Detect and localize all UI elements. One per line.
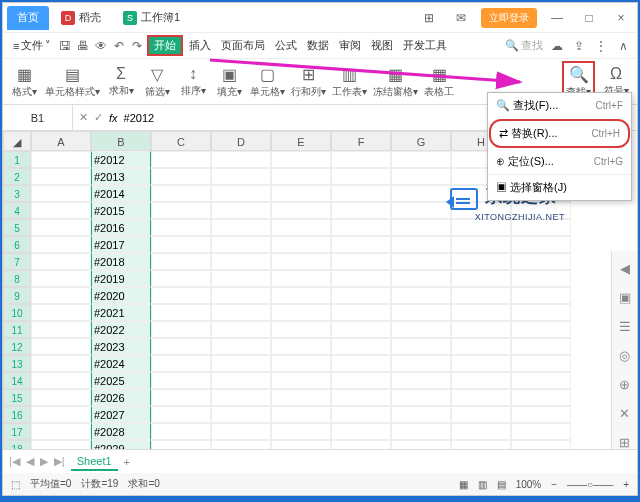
fx-icon[interactable]: fx — [109, 112, 118, 124]
cell[interactable] — [331, 338, 391, 355]
menu-tab-view[interactable]: 视图 — [367, 36, 397, 55]
row-header[interactable]: 3 — [3, 185, 31, 202]
cell[interactable] — [391, 406, 451, 423]
file-menu[interactable]: ≡ 文件 ˅ — [9, 38, 55, 53]
cell[interactable] — [211, 185, 271, 202]
panel-icon[interactable]: ▣ — [619, 290, 631, 305]
row-header[interactable]: 16 — [3, 406, 31, 423]
tool-cellstyle[interactable]: ▤单元格样式▾ — [45, 65, 100, 99]
row-header[interactable]: 4 — [3, 202, 31, 219]
cell[interactable]: #2028 — [91, 423, 151, 440]
row-header[interactable]: 15 — [3, 389, 31, 406]
panel-icon[interactable]: ⊕ — [619, 377, 630, 392]
print-icon[interactable]: 🖶 — [75, 38, 91, 54]
cell[interactable] — [391, 202, 451, 219]
cell[interactable]: #2025 — [91, 372, 151, 389]
cell[interactable] — [391, 270, 451, 287]
undo-icon[interactable]: ↶ — [111, 38, 127, 54]
sheet-nav-first[interactable]: |◀ — [9, 455, 20, 468]
cell[interactable] — [451, 287, 511, 304]
cell[interactable] — [211, 287, 271, 304]
cell[interactable] — [391, 236, 451, 253]
col-header[interactable]: E — [271, 131, 331, 151]
zoom-out-button[interactable]: − — [551, 479, 557, 490]
cell[interactable] — [31, 406, 91, 423]
cell[interactable]: #2019 — [91, 270, 151, 287]
view-break-icon[interactable]: ▤ — [497, 479, 506, 490]
row-header[interactable]: 6 — [3, 236, 31, 253]
search-hint[interactable]: 🔍 查找 — [505, 38, 543, 53]
cell[interactable] — [151, 355, 211, 372]
row-header[interactable]: 12 — [3, 338, 31, 355]
formula-value[interactable]: #2012 — [124, 112, 155, 124]
cell[interactable] — [31, 321, 91, 338]
row-header[interactable]: 8 — [3, 270, 31, 287]
cell[interactable] — [211, 202, 271, 219]
cell[interactable]: #2014 — [91, 185, 151, 202]
cell[interactable] — [211, 270, 271, 287]
cell[interactable] — [271, 389, 331, 406]
cell[interactable] — [31, 185, 91, 202]
tool-cell[interactable]: ▢单元格▾ — [250, 65, 285, 99]
cell[interactable] — [391, 253, 451, 270]
tool-sort[interactable]: ↕排序▾ — [178, 65, 208, 98]
cell[interactable] — [391, 423, 451, 440]
cell[interactable] — [31, 304, 91, 321]
tool-sum[interactable]: Σ求和▾ — [106, 65, 136, 98]
tab-workbook[interactable]: S工作簿1 — [113, 6, 190, 30]
cell[interactable] — [331, 355, 391, 372]
cell[interactable] — [271, 287, 331, 304]
cell[interactable] — [31, 151, 91, 168]
cell[interactable]: #2023 — [91, 338, 151, 355]
cell[interactable] — [271, 304, 331, 321]
panel-icon[interactable]: ◎ — [619, 348, 630, 363]
cell[interactable] — [151, 253, 211, 270]
share-icon[interactable]: ⇪ — [571, 38, 587, 54]
collapse-icon[interactable]: ∧ — [615, 38, 631, 54]
cancel-icon[interactable]: ✕ — [79, 111, 88, 124]
cell[interactable] — [211, 406, 271, 423]
cell[interactable] — [211, 253, 271, 270]
dropdown-select-pane[interactable]: ▣ 选择窗格(J) — [488, 175, 631, 200]
cell[interactable]: #2018 — [91, 253, 151, 270]
cell[interactable] — [331, 185, 391, 202]
cell[interactable] — [331, 321, 391, 338]
cell[interactable]: #2017 — [91, 236, 151, 253]
cell[interactable] — [271, 355, 331, 372]
menu-tab-review[interactable]: 审阅 — [335, 36, 365, 55]
cell[interactable] — [331, 287, 391, 304]
cell[interactable]: #2020 — [91, 287, 151, 304]
cell[interactable] — [151, 321, 211, 338]
cell[interactable] — [391, 355, 451, 372]
cell-reference[interactable]: B1 — [3, 105, 73, 130]
maximize-button[interactable]: □ — [577, 11, 601, 25]
zoom-slider[interactable]: ——○—— — [567, 479, 613, 490]
cell[interactable] — [331, 406, 391, 423]
cell[interactable]: #2024 — [91, 355, 151, 372]
cell[interactable] — [31, 168, 91, 185]
cell[interactable] — [151, 168, 211, 185]
cell[interactable] — [511, 236, 571, 253]
cell[interactable] — [331, 304, 391, 321]
tool-sheet[interactable]: ▥工作表▾ — [332, 65, 367, 99]
login-button[interactable]: 立即登录 — [481, 8, 537, 28]
cell[interactable] — [511, 321, 571, 338]
cell[interactable] — [391, 321, 451, 338]
cell[interactable] — [211, 151, 271, 168]
cell[interactable] — [31, 253, 91, 270]
cell[interactable] — [391, 440, 451, 449]
view-page-icon[interactable]: ▥ — [478, 479, 487, 490]
tab-docker[interactable]: D稻壳 — [51, 6, 111, 30]
cell[interactable] — [151, 406, 211, 423]
cell[interactable] — [31, 270, 91, 287]
redo-icon[interactable]: ↷ — [129, 38, 145, 54]
cell[interactable] — [391, 287, 451, 304]
cell[interactable]: #2027 — [91, 406, 151, 423]
cell[interactable] — [271, 372, 331, 389]
cell[interactable] — [31, 372, 91, 389]
cell[interactable] — [391, 372, 451, 389]
cell[interactable] — [151, 202, 211, 219]
cell[interactable] — [331, 202, 391, 219]
menu-tab-dev[interactable]: 开发工具 — [399, 36, 451, 55]
col-header[interactable]: G — [391, 131, 451, 151]
